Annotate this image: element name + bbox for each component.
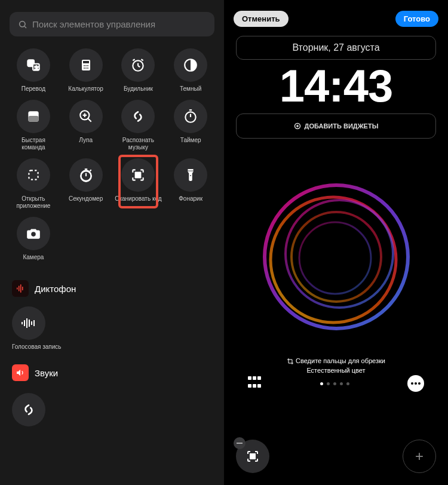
stopwatch-icon <box>69 158 103 192</box>
svg-point-24 <box>185 112 195 122</box>
section-voice-memos[interactable]: Диктофон <box>10 275 214 302</box>
svg-rect-43 <box>22 287 23 290</box>
svg-line-17 <box>133 59 135 60</box>
svg-point-12 <box>85 67 87 69</box>
control-label: Перевод <box>22 85 45 93</box>
cancel-button[interactable]: Отменить <box>234 11 289 27</box>
control-translate[interactable]: A文 Перевод <box>10 48 57 93</box>
control-voice-record[interactable]: Голосовая запись <box>10 302 214 355</box>
control-alarm[interactable]: Будильник <box>115 48 162 93</box>
control-label: Сканировать код <box>115 195 161 202</box>
dark-mode-icon <box>174 48 207 82</box>
lockscreen-preview: Вторник, 27 августа 14:43 ДОБАВИТЬ ВИДЖЕ… <box>236 36 436 395</box>
quick-action-left[interactable] <box>236 440 269 473</box>
control-label: Фонарик <box>179 195 202 202</box>
sounds-app-icon <box>12 364 29 381</box>
svg-point-57 <box>299 222 371 294</box>
svg-point-0 <box>20 21 25 26</box>
svg-rect-49 <box>33 320 35 326</box>
waveform-icon <box>12 306 45 340</box>
flashlight-icon <box>174 158 207 192</box>
date-widget[interactable]: Вторник, 27 августа <box>236 36 436 60</box>
control-label: Калькулятор <box>68 85 103 93</box>
shortcut-icon <box>17 100 50 133</box>
crop-hint: Сведите пальцы для обрезки Естественный … <box>236 357 436 375</box>
svg-point-10 <box>87 65 88 66</box>
add-widgets-button[interactable]: ДОБАВИТЬ ВИДЖЕТЫ <box>236 113 436 139</box>
qr-scan-icon <box>246 449 260 463</box>
voice-memos-app-icon <box>12 280 29 297</box>
control-label: Голосовая запись <box>12 343 62 350</box>
svg-point-11 <box>84 67 85 69</box>
controls-gallery: Поиск элементов управления A文 Перевод Ка… <box>0 0 224 485</box>
svg-line-23 <box>88 118 91 121</box>
section-sounds[interactable]: Звуки <box>10 360 214 386</box>
section-title: Звуки <box>35 368 58 378</box>
svg-rect-45 <box>24 320 25 326</box>
search-icon <box>18 20 27 29</box>
search-input[interactable]: Поиск элементов управления <box>10 12 214 36</box>
control-flashlight[interactable]: Фонарик <box>167 158 214 210</box>
control-shazam-bottom[interactable] <box>12 393 45 426</box>
svg-point-29 <box>81 171 91 182</box>
svg-rect-42 <box>20 284 22 293</box>
svg-rect-44 <box>22 322 23 324</box>
section-title: Диктофон <box>35 284 76 294</box>
svg-rect-35 <box>136 176 137 177</box>
plus-icon: + <box>415 448 424 465</box>
control-label: Секундомер <box>69 195 103 202</box>
svg-rect-7 <box>83 61 89 63</box>
control-magnifier[interactable]: Лупа <box>62 100 110 151</box>
shazam-icon <box>21 402 36 418</box>
control-camera[interactable]: Камера <box>10 217 57 261</box>
control-shortcut[interactable]: Быстрая команда <box>10 100 57 151</box>
control-label: Темный <box>180 85 201 93</box>
shazam-icon <box>121 100 155 133</box>
control-dark-mode[interactable]: Темный <box>167 48 214 93</box>
time-widget[interactable]: 14:43 <box>236 63 436 109</box>
control-calculator[interactable]: Калькулятор <box>62 48 110 93</box>
svg-line-18 <box>142 59 143 60</box>
control-label: Быстрая команда <box>10 137 57 151</box>
svg-point-8 <box>84 65 85 66</box>
svg-text:A: A <box>29 61 32 66</box>
control-label: Распознать музыку <box>115 137 162 151</box>
camera-icon <box>17 217 50 250</box>
svg-point-38 <box>190 175 191 176</box>
svg-rect-58 <box>250 454 252 456</box>
control-stopwatch[interactable]: Секундомер <box>62 158 110 210</box>
control-label: Будильник <box>124 85 153 93</box>
svg-rect-59 <box>253 454 255 456</box>
plus-circle-icon <box>294 122 301 130</box>
svg-point-13 <box>87 67 88 69</box>
svg-rect-36 <box>139 176 140 177</box>
svg-rect-34 <box>139 173 140 174</box>
svg-rect-27 <box>29 170 38 179</box>
control-open-app[interactable]: Открыть приложение <box>10 158 57 210</box>
controls-grid: A文 Перевод Калькулятор Будильник Темный <box>10 48 214 261</box>
svg-rect-48 <box>31 321 32 325</box>
svg-rect-40 <box>17 288 18 290</box>
svg-point-9 <box>85 65 87 66</box>
wallpaper-rings <box>253 173 420 340</box>
svg-line-16 <box>138 66 140 67</box>
calculator-icon <box>69 48 103 82</box>
alarm-icon <box>121 48 155 82</box>
control-scan-code[interactable]: Сканировать код <box>115 158 162 210</box>
control-timer[interactable]: Таймер <box>167 100 214 151</box>
wallpaper-grid-button[interactable] <box>248 376 262 391</box>
timer-icon <box>174 100 207 133</box>
quick-action-right[interactable]: + <box>403 440 436 473</box>
done-button[interactable]: Готово <box>395 11 438 27</box>
svg-point-55 <box>286 200 393 308</box>
svg-rect-37 <box>188 171 194 171</box>
svg-text:文: 文 <box>35 66 39 70</box>
more-options-button[interactable] <box>407 375 424 392</box>
remove-badge[interactable] <box>234 437 246 449</box>
svg-rect-47 <box>29 320 30 327</box>
control-label: Открыть приложение <box>10 195 57 210</box>
control-shazam[interactable]: Распознать музыку <box>115 100 162 151</box>
control-label: Таймер <box>180 137 201 144</box>
svg-point-56 <box>291 212 381 302</box>
svg-rect-41 <box>19 286 20 291</box>
